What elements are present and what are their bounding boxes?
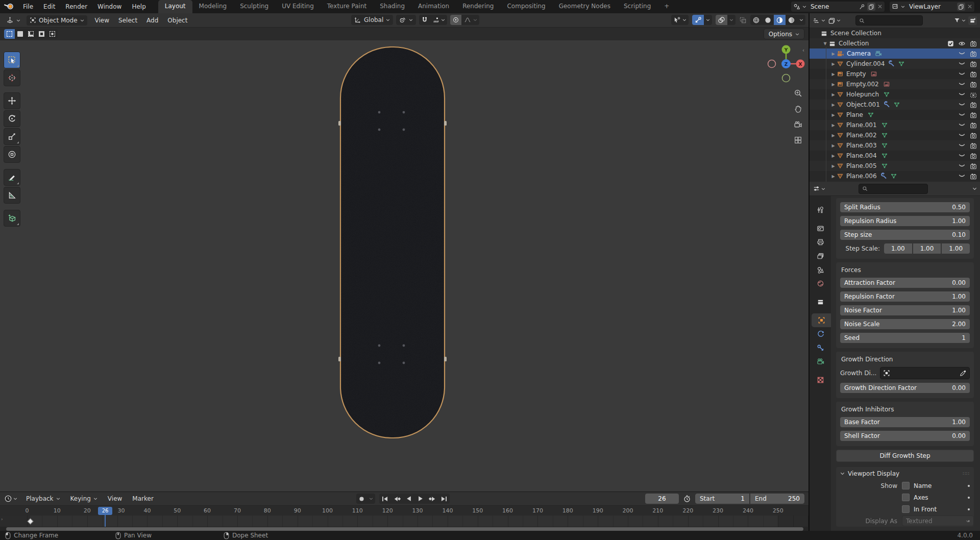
viewport-menu-select[interactable]: Select <box>114 17 142 24</box>
move-tool[interactable] <box>4 92 20 109</box>
disclosure-closed-icon[interactable]: ▶ <box>830 133 837 138</box>
unlink-scene-icon[interactable]: ✕ <box>877 3 883 10</box>
render-visibility-icon[interactable] <box>970 102 977 108</box>
overlays-dropdown-icon[interactable] <box>727 15 736 25</box>
tab-scene[interactable] <box>810 263 831 277</box>
pan-view-hand-icon[interactable] <box>790 101 805 116</box>
meshdata-icon[interactable] <box>898 60 905 67</box>
step-scale-value-2[interactable]: 1.00 <box>942 243 970 254</box>
select-mode-extend[interactable] <box>15 29 26 39</box>
disclosure-closed-icon[interactable]: ▶ <box>830 103 837 107</box>
checkbox-axes[interactable] <box>902 494 910 501</box>
disclosure-open-icon[interactable]: ▼ <box>822 41 828 46</box>
wrench-icon[interactable] <box>889 60 896 67</box>
show-gizmo-icon[interactable] <box>692 15 704 25</box>
timeline-menu-keying[interactable]: Keying <box>66 495 102 502</box>
editor-type-button[interactable] <box>3 15 23 26</box>
frame-start-field[interactable]: Start1 <box>695 494 749 504</box>
disclosure-closed-icon[interactable]: ▶ <box>830 143 837 148</box>
timeline-ruler[interactable]: 0102030405060708090100110120130140150160… <box>0 506 808 516</box>
timeline-menu-marker[interactable]: Marker <box>128 495 158 502</box>
meshdata-icon[interactable] <box>881 152 888 159</box>
meshdata-icon[interactable] <box>881 121 888 129</box>
meshdata-icon[interactable] <box>881 142 888 149</box>
eye-closed-icon[interactable] <box>958 102 966 108</box>
solid-shading-icon[interactable] <box>762 15 774 25</box>
disclosure-closed-icon[interactable]: ▶ <box>830 113 837 117</box>
animate-dot[interactable] <box>968 520 970 522</box>
sidebar-collapse-arrow[interactable]: ‹ <box>802 47 804 53</box>
transform-orientation-selector[interactable]: Global <box>351 15 393 25</box>
tab-object[interactable] <box>812 313 831 327</box>
properties-search-input[interactable] <box>859 184 928 194</box>
growth-direction-object-field[interactable] <box>880 367 970 379</box>
playhead-chip[interactable]: 26 <box>98 507 112 515</box>
workspace-tab-shading[interactable]: Shading <box>373 0 411 13</box>
tab-world[interactable] <box>810 277 831 290</box>
play-button[interactable] <box>414 494 426 504</box>
add-cube-tool[interactable] <box>4 210 20 227</box>
shading-mode-controls[interactable] <box>750 15 805 25</box>
select-mode-intersect[interactable] <box>47 29 58 39</box>
property-field-repulsion-factor[interactable]: Repulsion Factor1.00 <box>840 291 970 302</box>
proportional-editing-icon[interactable] <box>450 15 461 25</box>
workspace-tab-compositing[interactable]: Compositing <box>500 0 552 13</box>
outliner-row-plane-004[interactable]: ▶Plane.004 <box>810 151 980 161</box>
meshdata-icon[interactable] <box>883 91 890 98</box>
animate-dot[interactable] <box>968 485 970 487</box>
render-visibility-icon[interactable] <box>970 132 977 139</box>
render-visibility-icon[interactable] <box>970 122 977 129</box>
eye-closed-icon[interactable] <box>958 132 966 138</box>
render-visibility-icon[interactable] <box>970 173 977 180</box>
render-disabled-icon[interactable] <box>970 91 977 98</box>
render-visibility-icon[interactable] <box>970 112 977 118</box>
scale-tool[interactable] <box>4 128 20 145</box>
eye-closed-icon[interactable] <box>958 112 966 118</box>
frame-end-field[interactable]: End250 <box>750 494 804 504</box>
timeline-editor-type-icon[interactable] <box>4 495 17 503</box>
property-field-noise-factor[interactable]: Noise Factor1.00 <box>840 305 970 315</box>
outliner-row-scene-collection[interactable]: Scene Collection <box>810 28 980 38</box>
outliner-row-plane-005[interactable]: ▶Plane.005 <box>810 161 980 171</box>
eye-closed-icon[interactable] <box>958 71 966 77</box>
workspace-tab-layout[interactable]: Layout <box>158 0 192 13</box>
snapping-controls[interactable] <box>419 15 447 25</box>
viewport-3d[interactable]: Y X Z ‹ <box>0 40 808 492</box>
outliner-row-plane-001[interactable]: ▶Plane.001 <box>810 120 980 130</box>
eye-closed-icon[interactable] <box>958 153 966 159</box>
checkbox-in-front[interactable] <box>902 505 910 513</box>
gizmos-controls[interactable] <box>692 15 712 25</box>
outliner-row-camera[interactable]: ▶Camera <box>810 48 980 59</box>
mode-selector[interactable]: Object Mode <box>27 15 87 26</box>
eye-closed-icon[interactable] <box>958 122 966 128</box>
animate-dot[interactable] <box>968 508 970 510</box>
eye-closed-icon[interactable] <box>958 163 966 169</box>
viewport-menu-view[interactable]: View <box>90 17 114 24</box>
overlays-controls[interactable] <box>716 15 736 25</box>
current-frame-field[interactable]: 26 <box>645 494 679 504</box>
blender-logo-icon[interactable] <box>4 3 14 11</box>
shading-dropdown-icon[interactable] <box>797 15 805 25</box>
property-field-growth-direction-factor[interactable]: Growth Direction Factor0.00 <box>840 383 970 393</box>
render-visibility-icon[interactable] <box>970 40 977 47</box>
timeline-tracks[interactable]: › <box>0 516 808 527</box>
jump-to-end-button[interactable] <box>438 494 450 504</box>
property-field-base-factor[interactable]: Base Factor1.00 <box>840 417 970 427</box>
menu-file[interactable]: File <box>18 0 38 13</box>
tab-render[interactable] <box>810 222 831 235</box>
xray-toggle[interactable] <box>739 16 747 24</box>
render-visibility-icon[interactable] <box>970 61 977 67</box>
step-scale-value-0[interactable]: 1.00 <box>884 243 912 254</box>
measure-tool[interactable] <box>4 187 20 204</box>
disclosure-closed-icon[interactable]: ▶ <box>830 62 837 66</box>
menu-help[interactable]: Help <box>127 0 151 13</box>
eye-closed-icon[interactable] <box>958 91 966 97</box>
outliner-row-plane-003[interactable]: ▶Plane.003 <box>810 140 980 151</box>
transform-tool[interactable] <box>4 146 20 163</box>
new-scene-icon[interactable] <box>867 3 875 11</box>
workspace-tab-texture-paint[interactable]: Texture Paint <box>321 0 373 13</box>
pivot-point-selector[interactable] <box>396 15 416 25</box>
camera-view-icon[interactable] <box>790 117 805 132</box>
outliner-row-plane[interactable]: ▶Plane <box>810 110 980 120</box>
disclosure-closed-icon[interactable]: ▶ <box>830 154 837 158</box>
